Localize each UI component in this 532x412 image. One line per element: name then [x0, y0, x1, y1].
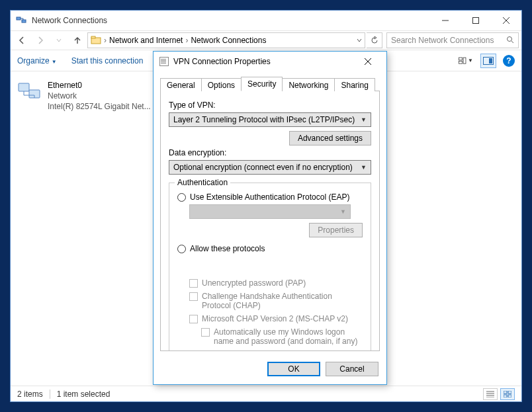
list-item[interactable]: Ethernet0 Network Intel(R) 82574L Gigabi…	[15, 78, 173, 114]
svg-rect-10	[489, 58, 492, 63]
view-layout-button[interactable]: ▼	[458, 54, 474, 68]
tab-networking[interactable]: Networking	[282, 78, 335, 91]
maximize-button[interactable]	[461, 11, 491, 30]
item-device: Intel(R) 82574L Gigabit Net...	[48, 102, 151, 111]
properties-icon	[159, 56, 169, 67]
checkbox-icon	[201, 328, 210, 337]
back-button[interactable]	[13, 32, 30, 48]
svg-rect-13	[504, 391, 507, 393]
status-bar: 2 items 1 item selected	[11, 386, 521, 401]
checkbox-icon	[189, 315, 198, 323]
svg-rect-6	[459, 58, 462, 60]
encryption-select[interactable]: Optional encryption (connect even if no …	[169, 160, 371, 175]
tab-general[interactable]: General	[160, 78, 202, 91]
checkbox-icon	[189, 292, 198, 301]
details-view-button[interactable]	[483, 388, 498, 400]
network-adapter-icon	[17, 81, 42, 105]
tiles-view-button[interactable]	[500, 388, 515, 400]
vpn-type-select[interactable]: Layer 2 Tunneling Protocol with IPsec (L…	[169, 112, 371, 127]
eap-properties-button: Properties	[309, 223, 363, 237]
vpn-type-label: Type of VPN:	[169, 101, 371, 110]
svg-rect-11	[19, 83, 29, 91]
svg-point-5	[508, 36, 512, 41]
window-title: Network Connections	[32, 16, 107, 25]
svg-rect-8	[463, 58, 466, 63]
radio-icon	[177, 245, 186, 253]
help-button[interactable]: ?	[503, 55, 515, 67]
encryption-label: Data encryption:	[169, 148, 371, 157]
tab-options[interactable]: Options	[201, 78, 242, 91]
status-selected-count: 1 item selected	[57, 390, 111, 399]
organize-menu[interactable]: Organize▼	[17, 56, 57, 65]
search-placeholder: Search Network Connections	[391, 36, 494, 45]
svg-rect-4	[91, 36, 95, 38]
chevron-right-icon[interactable]: ›	[185, 36, 188, 45]
search-icon	[506, 36, 514, 46]
forward-button[interactable]	[32, 32, 49, 48]
dialog-title: VPN Connection Properties	[173, 57, 271, 66]
recent-dropdown[interactable]	[50, 32, 67, 48]
breadcrumb-part[interactable]: Network Connections	[191, 36, 266, 45]
svg-rect-15	[504, 395, 507, 397]
svg-rect-0	[17, 17, 21, 20]
close-button[interactable]	[491, 11, 521, 30]
item-name: Ethernet0	[48, 81, 151, 90]
radio-allow-protocols[interactable]: Allow these protocols	[177, 244, 363, 253]
cancel-button[interactable]: Cancel	[326, 362, 378, 376]
checkbox-pap: Unencrypted password (PAP)	[189, 278, 363, 288]
search-input[interactable]: Search Network Connections	[386, 32, 519, 48]
svg-rect-14	[508, 391, 511, 393]
tab-security[interactable]: Security	[241, 77, 283, 91]
path-root-icon	[91, 36, 101, 45]
ok-button[interactable]: OK	[267, 362, 320, 376]
chevron-down-icon: ▼	[361, 116, 367, 123]
start-connection-button[interactable]: Start this connection	[71, 56, 144, 65]
address-dropdown[interactable]	[357, 36, 362, 45]
tab-sharing[interactable]: Sharing	[334, 78, 375, 91]
tab-page-security: Type of VPN: Layer 2 Tunneling Protocol …	[160, 91, 380, 351]
chevron-right-icon[interactable]: ›	[104, 36, 107, 45]
network-connections-icon	[16, 16, 26, 25]
address-bar[interactable]: › Network and Internet › Network Connect…	[87, 32, 365, 48]
titlebar[interactable]: Network Connections	[11, 11, 521, 30]
svg-rect-7	[459, 61, 462, 63]
checkbox-icon	[189, 279, 198, 288]
properties-dialog: VPN Connection Properties General Option…	[153, 51, 387, 385]
svg-rect-1	[22, 20, 26, 22]
radio-eap[interactable]: Use Extensible Authentication Protocol (…	[177, 192, 363, 202]
chevron-down-icon: ▼	[361, 164, 367, 171]
up-button[interactable]	[69, 32, 86, 48]
checkbox-mschap: Microsoft CHAP Version 2 (MS-CHAP v2)	[189, 314, 363, 323]
authentication-group: Authentication Use Extensible Authentica…	[169, 183, 371, 351]
dialog-close-button[interactable]	[355, 52, 381, 71]
advanced-settings-button[interactable]: Advanced settings	[289, 131, 371, 145]
item-status: Network	[48, 91, 151, 101]
eap-method-select: ▼	[189, 204, 351, 219]
checkbox-chap: Challenge Handshake Authentication Proto…	[189, 292, 363, 310]
dialog-titlebar[interactable]: VPN Connection Properties	[154, 52, 386, 71]
breadcrumb-part[interactable]: Network and Internet	[109, 36, 183, 45]
svg-rect-16	[508, 395, 511, 397]
refresh-button[interactable]	[367, 32, 382, 48]
address-bar-row: › Network and Internet › Network Connect…	[11, 30, 521, 50]
radio-icon	[177, 193, 186, 202]
group-legend: Authentication	[175, 178, 230, 187]
status-item-count: 2 items	[17, 390, 43, 399]
preview-pane-button[interactable]	[480, 54, 496, 68]
svg-rect-2	[473, 18, 479, 24]
checkbox-auto-logon: Automatically use my Windows logon name …	[189, 327, 363, 346]
tab-strip: General Options Security Networking Shar…	[160, 77, 380, 91]
minimize-button[interactable]	[430, 11, 461, 30]
